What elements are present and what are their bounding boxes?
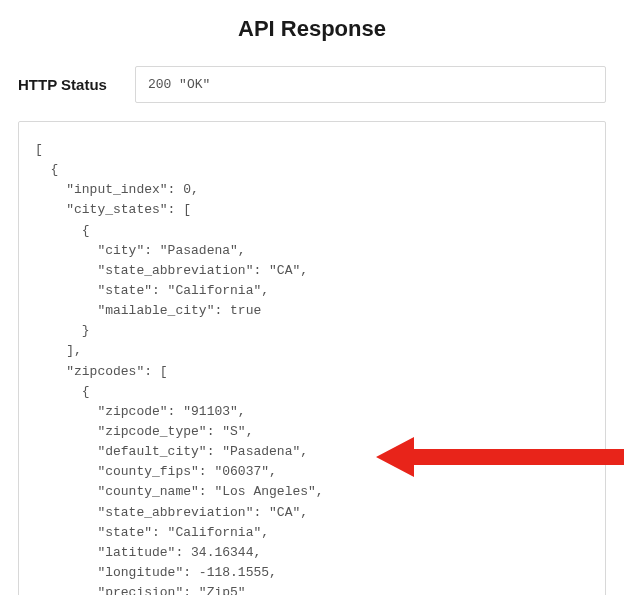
http-status-input[interactable]: [135, 66, 606, 103]
http-status-label: HTTP Status: [18, 76, 107, 93]
response-body: [ { "input_index": 0, "city_states": [ {…: [18, 121, 606, 595]
http-status-row: HTTP Status: [18, 66, 606, 103]
page-title: API Response: [18, 16, 606, 42]
